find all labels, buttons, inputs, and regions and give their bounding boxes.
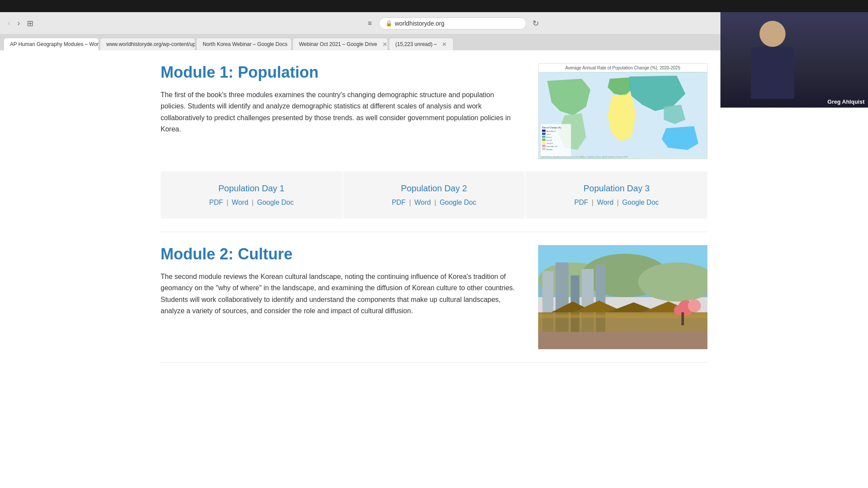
day-1-word-link[interactable]: Word bbox=[232, 199, 248, 206]
svg-rect-11 bbox=[542, 142, 546, 144]
day-1-links: PDF | Word | Google Doc bbox=[169, 199, 334, 206]
tab-1[interactable]: AP Human Geography Modules – World Hi… ✕ bbox=[3, 38, 99, 50]
svg-point-35 bbox=[688, 299, 701, 312]
page-inner: Module 1: Population The first of the bo… bbox=[135, 50, 733, 363]
reload-button[interactable]: ↻ bbox=[530, 17, 542, 30]
title-bar bbox=[0, 0, 868, 12]
map-title: Average Annual Rate of Population Change… bbox=[539, 64, 707, 72]
page-content: Module 1: Population The first of the bo… bbox=[0, 50, 868, 488]
forward-button[interactable]: › bbox=[15, 17, 23, 29]
sidebar-button[interactable]: ⊞ bbox=[24, 17, 36, 30]
tab-5-close[interactable]: ✕ bbox=[442, 41, 447, 48]
webcam-label: Greg Ahlquist bbox=[828, 98, 865, 105]
day-1-title: Population Day 1 bbox=[169, 183, 334, 193]
tab-5-label: (15,223 unread) – bbox=[395, 41, 437, 47]
day-3-title: Population Day 3 bbox=[534, 183, 699, 193]
svg-text:1 to 2: 1 to 2 bbox=[546, 133, 551, 135]
svg-rect-9 bbox=[542, 139, 546, 141]
day-1-sep-2: | bbox=[252, 199, 253, 206]
person-silhouette bbox=[746, 21, 799, 99]
person-body bbox=[751, 47, 794, 99]
day-3-sep-2: | bbox=[617, 199, 618, 206]
day-2-googledoc-link[interactable]: Google Doc bbox=[440, 199, 477, 206]
back-button[interactable]: ‹ bbox=[5, 17, 13, 29]
svg-text:0.5 to 1: 0.5 to 1 bbox=[546, 136, 552, 138]
day-1-card: Population Day 1 PDF | Word | Google Doc bbox=[161, 171, 342, 219]
svg-rect-13 bbox=[542, 145, 546, 147]
day-2-title: Population Day 2 bbox=[352, 183, 516, 193]
url-container[interactable]: 🔒 worldhistoryde.org bbox=[379, 17, 526, 29]
day-2-pdf-link[interactable]: PDF bbox=[392, 199, 406, 206]
day-3-pdf-link[interactable]: PDF bbox=[574, 199, 588, 206]
svg-rect-37 bbox=[681, 312, 684, 325]
module-1-description: The first of the book's three modules ex… bbox=[161, 89, 521, 135]
module-2-layout: Module 2: Culture The second module revi… bbox=[161, 245, 707, 349]
svg-text:0 to 0.5: 0 to 0.5 bbox=[546, 139, 552, 141]
day-1-sep-1: | bbox=[227, 199, 228, 206]
svg-text:No data: No data bbox=[546, 148, 553, 151]
day-3-card: Population Day 3 PDF | Word | Google Doc bbox=[526, 171, 707, 219]
url-display: worldhistoryde.org bbox=[395, 20, 444, 27]
svg-text:-0.5 to 0: -0.5 to 0 bbox=[546, 142, 553, 144]
day-3-googledoc-link[interactable]: Google Doc bbox=[622, 199, 659, 206]
day-2-sep-1: | bbox=[409, 199, 411, 206]
module-1-image: Average Annual Rate of Population Change… bbox=[538, 63, 707, 159]
day-2-links: PDF | Word | Google Doc bbox=[352, 199, 516, 206]
day-3-sep-1: | bbox=[592, 199, 593, 206]
svg-text:Rate of Change (%): Rate of Change (%) bbox=[542, 127, 561, 129]
svg-rect-5 bbox=[542, 133, 546, 135]
webcam-video bbox=[720, 12, 868, 108]
tab-2-label: www.worldhistoryde.org/wp-content/uplo… bbox=[106, 41, 195, 47]
svg-rect-3 bbox=[542, 130, 546, 132]
korea-city-svg bbox=[538, 245, 707, 349]
webcam-overlay: Greg Ahlquist bbox=[720, 12, 868, 108]
tab-3-label: North Korea Webinar – Google Docs bbox=[203, 41, 287, 47]
day-2-word-link[interactable]: Word bbox=[414, 199, 431, 206]
module-2-image bbox=[538, 245, 707, 349]
svg-rect-15 bbox=[542, 148, 546, 150]
day-1-pdf-link[interactable]: PDF bbox=[209, 199, 223, 206]
tab-2[interactable]: www.worldhistoryde.org/wp-content/uplo… … bbox=[100, 38, 195, 50]
tab-5[interactable]: (15,223 unread) – ✕ bbox=[389, 38, 454, 50]
module-2-title: Module 2: Culture bbox=[161, 245, 521, 263]
person-head bbox=[760, 21, 786, 47]
day-1-googledoc-link[interactable]: Google Doc bbox=[257, 199, 294, 206]
day-2-card: Population Day 2 PDF | Word | Google Doc bbox=[343, 171, 525, 219]
module-1-text: Module 1: Population The first of the bo… bbox=[161, 63, 521, 135]
tab-3[interactable]: North Korea Webinar – Google Docs ✕ bbox=[196, 38, 292, 50]
svg-text:United Nations, Department of : United Nations, Department of Economic a… bbox=[541, 156, 628, 158]
tab-4[interactable]: Webinar Oct 2021 – Google Drive ✕ bbox=[293, 38, 388, 50]
day-cards: Population Day 1 PDF | Word | Google Doc… bbox=[161, 171, 707, 219]
day-3-word-link[interactable]: Word bbox=[597, 199, 613, 206]
svg-rect-38 bbox=[538, 332, 707, 349]
svg-text:More than 2: More than 2 bbox=[546, 130, 556, 132]
tab-4-label: Webinar Oct 2021 – Google Drive bbox=[299, 41, 377, 47]
day-3-links: PDF | Word | Google Doc bbox=[534, 199, 699, 206]
svg-rect-7 bbox=[542, 136, 546, 138]
tab-4-close[interactable]: ✕ bbox=[382, 41, 388, 48]
nav-buttons: ‹ › ⊞ bbox=[5, 17, 36, 30]
module-2-text: Module 2: Culture The second module revi… bbox=[161, 245, 521, 317]
module-2-section: Module 2: Culture The second module revi… bbox=[161, 232, 707, 363]
tab-1-label: AP Human Geography Modules – World Hi… bbox=[10, 41, 99, 47]
module-2-description: The second module reviews the Korean cul… bbox=[161, 271, 521, 317]
module-1-title: Module 1: Population bbox=[161, 63, 521, 82]
hamburger-button[interactable]: ≡ bbox=[364, 18, 375, 29]
map-visual: Rate of Change (%) More than 2 1 to 2 0.… bbox=[539, 72, 707, 159]
map-placeholder: Average Annual Rate of Population Change… bbox=[538, 63, 707, 159]
day-2-sep-2: | bbox=[434, 199, 436, 206]
svg-text:Less than -0.5: Less than -0.5 bbox=[546, 145, 558, 147]
module-1-section: Module 1: Population The first of the bo… bbox=[161, 50, 707, 232]
module-1-layout: Module 1: Population The first of the bo… bbox=[161, 63, 707, 159]
lock-icon: 🔒 bbox=[385, 20, 392, 26]
world-map-svg: Rate of Change (%) More than 2 1 to 2 0.… bbox=[539, 72, 707, 159]
